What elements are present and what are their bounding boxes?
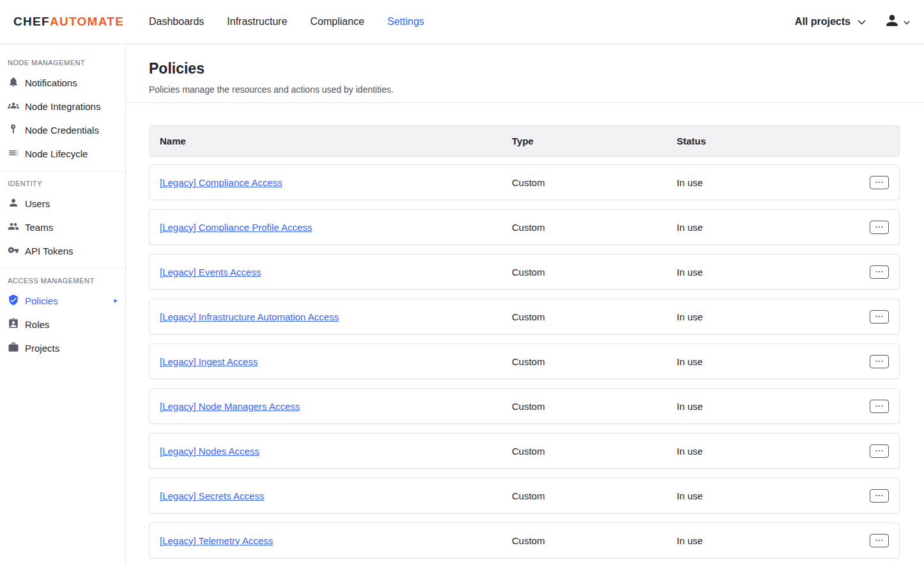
- policy-name-link[interactable]: [Legacy] Events Access: [160, 267, 261, 278]
- chef-automate-logo[interactable]: CHEFAUTOMATE: [0, 15, 149, 29]
- person-icon: [8, 197, 19, 210]
- sidebar-item-label: Notifications: [25, 77, 77, 88]
- sidebar-item-node-credentials[interactable]: Node Credentials: [0, 118, 125, 142]
- sidebar-item-label: Teams: [25, 222, 53, 233]
- ellipsis-icon: ⋯: [875, 401, 884, 410]
- policy-type: Custom: [512, 535, 677, 546]
- people-icon: [8, 221, 19, 234]
- row-menu-button[interactable]: ⋯: [870, 310, 889, 324]
- sidebar-item-notifications[interactable]: Notifications: [0, 71, 125, 95]
- sidebar-section-title: IDENTITY: [0, 174, 125, 192]
- triangle-right-icon: [112, 295, 119, 306]
- row-menu-button[interactable]: ⋯: [870, 221, 889, 234]
- table-row: [Legacy] Infrastructure Automation Acces…: [149, 299, 900, 334]
- page-header: Policies Policies manage the resources a…: [126, 44, 924, 103]
- policy-name-link[interactable]: [Legacy] Node Managers Access: [160, 401, 300, 412]
- ellipsis-icon: ⋯: [875, 535, 884, 544]
- sidebar-item-label: Node Credentials: [25, 125, 99, 136]
- policies-table-area: Name Type Status [Legacy] Compliance Acc…: [126, 103, 924, 558]
- ellipsis-icon: ⋯: [875, 267, 884, 276]
- policy-type: Custom: [512, 267, 677, 278]
- page-subtitle: Policies manage the resources and action…: [149, 84, 901, 95]
- shield-icon: [8, 294, 19, 308]
- policy-name-link[interactable]: [Legacy] Nodes Access: [160, 446, 259, 457]
- policy-name-link[interactable]: [Legacy] Infrastructure Automation Acces…: [160, 311, 339, 322]
- policy-name-link[interactable]: [Legacy] Ingest Access: [160, 356, 258, 367]
- groups-icon: [8, 100, 19, 113]
- table-rows: [Legacy] Compliance Access Custom In use…: [149, 164, 900, 558]
- projects-filter-label: All projects: [795, 16, 851, 27]
- row-menu-button[interactable]: ⋯: [870, 489, 889, 503]
- logo-chef-text: CHEF: [13, 15, 50, 29]
- table-row: [Legacy] Ingest Access Custom In use ⋯: [149, 343, 900, 379]
- navbar-right: All projects: [795, 12, 924, 31]
- row-menu-button[interactable]: ⋯: [870, 176, 889, 189]
- policy-type: Custom: [512, 446, 677, 457]
- sidebar-section-access-management: ACCESS MANAGEMENT Policies Roles Project…: [0, 268, 125, 360]
- policy-name-link[interactable]: [Legacy] Secrets Access: [160, 490, 264, 501]
- projects-filter-dropdown[interactable]: All projects: [795, 16, 866, 27]
- sidebar-item-projects[interactable]: Projects: [0, 336, 125, 360]
- policy-status: In use: [677, 267, 870, 278]
- sidebar-item-label: Projects: [25, 343, 59, 354]
- sidebar-item-node-integrations[interactable]: Node Integrations: [0, 95, 125, 118]
- page-title: Policies: [149, 60, 901, 77]
- policy-name-link[interactable]: [Legacy] Telemetry Access: [160, 535, 273, 546]
- logo-automate-text: AUTOMATE: [50, 15, 124, 29]
- table-row: [Legacy] Compliance Profile Access Custo…: [149, 209, 900, 245]
- sidebar-item-label: Roles: [25, 319, 49, 330]
- row-menu-button[interactable]: ⋯: [870, 534, 889, 547]
- ellipsis-icon: ⋯: [875, 446, 884, 455]
- sidebar-section-identity: IDENTITY Users Teams API Tokens: [0, 171, 125, 263]
- sidebar-item-teams[interactable]: Teams: [0, 215, 125, 239]
- vpn-key-icon: [8, 244, 19, 258]
- top-navbar: CHEFAUTOMATE Dashboards Infrastructure C…: [0, 0, 924, 44]
- main-navigation: Dashboards Infrastructure Compliance Set…: [149, 16, 424, 27]
- policy-status: In use: [677, 446, 870, 457]
- nav-dashboards[interactable]: Dashboards: [149, 16, 204, 27]
- column-header-name: Name: [160, 136, 512, 146]
- table-row: [Legacy] Nodes Access Custom In use ⋯: [149, 433, 900, 469]
- chevron-down-icon: [858, 16, 866, 27]
- column-header-type: Type: [512, 136, 677, 146]
- main-content: Policies Policies manage the resources a…: [126, 44, 924, 564]
- sidebar-section-title: NODE MANAGEMENT: [0, 53, 125, 71]
- page-body: NODE MANAGEMENT Notifications Node Integ…: [0, 44, 924, 564]
- nav-infrastructure[interactable]: Infrastructure: [227, 16, 287, 27]
- chevron-down-icon: [904, 16, 910, 27]
- table-row: [Legacy] Telemetry Access Custom In use …: [149, 522, 900, 558]
- sidebar-item-roles[interactable]: Roles: [0, 313, 125, 336]
- policy-name-link[interactable]: [Legacy] Compliance Access: [160, 177, 282, 188]
- policy-status: In use: [677, 311, 870, 322]
- policy-status: In use: [677, 401, 870, 412]
- policy-status: In use: [677, 490, 870, 501]
- sidebar-item-api-tokens[interactable]: API Tokens: [0, 239, 125, 263]
- nav-compliance[interactable]: Compliance: [311, 16, 364, 27]
- bell-icon: [8, 76, 19, 90]
- row-menu-button[interactable]: ⋯: [870, 400, 889, 413]
- policy-type: Custom: [512, 356, 677, 367]
- list-icon: [8, 147, 19, 161]
- sidebar-item-label: Node Integrations: [25, 101, 100, 112]
- policy-type: Custom: [512, 222, 677, 233]
- sidebar-item-node-lifecycle[interactable]: Node Lifecycle: [0, 142, 125, 166]
- sidebar-item-label: API Tokens: [25, 246, 73, 256]
- row-menu-button[interactable]: ⋯: [870, 444, 889, 458]
- row-menu-button[interactable]: ⋯: [870, 265, 889, 279]
- ellipsis-icon: ⋯: [875, 177, 884, 186]
- sidebar-item-policies[interactable]: Policies: [0, 289, 125, 313]
- key-icon: [8, 123, 19, 137]
- row-menu-button[interactable]: ⋯: [870, 355, 889, 368]
- policy-type: Custom: [512, 311, 677, 322]
- sidebar-section-title: ACCESS MANAGEMENT: [0, 271, 125, 289]
- sidebar-section-node-management: NODE MANAGEMENT Notifications Node Integ…: [0, 53, 125, 166]
- ellipsis-icon: ⋯: [875, 356, 884, 365]
- table-row: [Legacy] Secrets Access Custom In use ⋯: [149, 478, 900, 513]
- sidebar-item-users[interactable]: Users: [0, 192, 125, 215]
- user-menu[interactable]: [884, 12, 910, 31]
- sidebar-item-label: Users: [25, 198, 50, 209]
- user-avatar-icon: [884, 12, 900, 31]
- policy-name-link[interactable]: [Legacy] Compliance Profile Access: [160, 222, 312, 233]
- nav-settings[interactable]: Settings: [387, 16, 424, 27]
- policy-status: In use: [677, 535, 870, 546]
